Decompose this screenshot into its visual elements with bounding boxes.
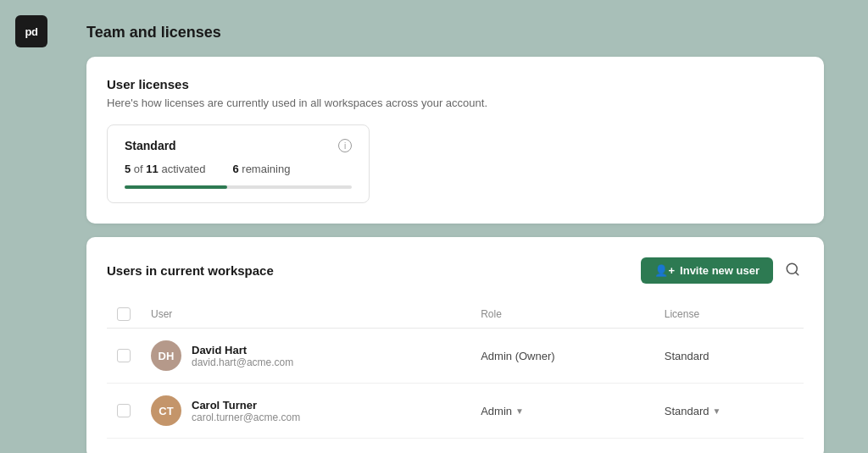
row-checkbox-cell	[107, 329, 141, 384]
user-email: david.hart@acme.com	[192, 356, 293, 368]
license-box: Standard i 5 of 11 activated 6 remaining	[107, 124, 370, 203]
invite-button-label: Invite new user	[680, 264, 760, 277]
invite-icon: 👤+	[654, 264, 675, 277]
license-cell: Standard ▼	[654, 384, 804, 439]
users-table: User Role License DH David Hart david.ha…	[107, 301, 804, 439]
users-header: Users in current workspace 👤+ Invite new…	[107, 257, 804, 284]
remaining-stat: 6 remaining	[232, 163, 290, 175]
select-all-header	[107, 301, 141, 329]
info-icon[interactable]: i	[338, 139, 352, 152]
users-section-title: Users in current workspace	[107, 263, 274, 278]
row-checkbox[interactable]	[117, 404, 131, 417]
license-cell: Standard	[654, 329, 804, 384]
activated-stat: 5 of 11 activated	[125, 163, 205, 175]
license-type-label: Standard	[125, 139, 176, 152]
avatar: DH	[151, 340, 181, 371]
role-cell: Admin (Owner)	[470, 329, 654, 384]
license-column-header: License	[654, 301, 804, 329]
progress-bar-container	[125, 185, 352, 189]
license-dropdown-arrow[interactable]: ▼	[713, 406, 721, 416]
user-licenses-title: User licenses	[107, 77, 804, 91]
table-row: DH David Hart david.hart@acme.com Admin …	[107, 329, 804, 384]
user-name: Carol Turner	[192, 399, 300, 412]
avatar: CT	[151, 395, 181, 426]
search-icon	[785, 262, 800, 280]
role-dropdown-arrow[interactable]: ▼	[515, 406, 524, 416]
user-licenses-card: User licenses Here's how licenses are cu…	[86, 57, 824, 224]
user-column-header: User	[141, 301, 470, 329]
user-name: David Hart	[192, 344, 293, 356]
progress-bar-fill	[125, 185, 227, 189]
invite-new-user-button[interactable]: 👤+ Invite new user	[641, 257, 773, 284]
license-value: Standard	[665, 405, 709, 417]
license-value: Standard	[665, 350, 709, 362]
row-checkbox-cell	[107, 384, 141, 439]
role-cell: Admin ▼	[470, 384, 654, 439]
role-value: Admin (Owner)	[481, 350, 554, 362]
user-email: carol.turner@acme.com	[192, 412, 300, 423]
role-value: Admin	[481, 405, 512, 417]
table-row: CT Carol Turner carol.turner@acme.com Ad…	[107, 384, 804, 439]
user-licenses-subtitle: Here's how licenses are currently used i…	[107, 97, 804, 109]
search-button[interactable]	[782, 258, 804, 284]
user-cell: DH David Hart david.hart@acme.com	[141, 329, 470, 384]
header-actions: 👤+ Invite new user	[641, 257, 804, 284]
row-checkbox[interactable]	[117, 349, 131, 362]
select-all-checkbox[interactable]	[117, 307, 131, 321]
page-title: Team and licenses	[86, 24, 824, 41]
svg-line-1	[795, 272, 798, 274]
app-logo[interactable]: pd	[15, 15, 47, 47]
logo-text: pd	[25, 25, 38, 38]
role-column-header: Role	[470, 301, 654, 329]
users-card: Users in current workspace 👤+ Invite new…	[86, 237, 824, 453]
user-cell: CT Carol Turner carol.turner@acme.com	[141, 384, 470, 439]
